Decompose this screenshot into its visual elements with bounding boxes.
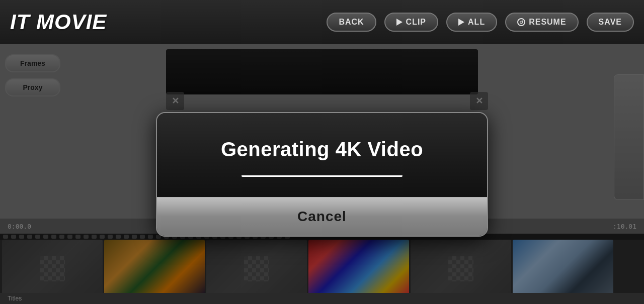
save-label: SAVE xyxy=(599,18,622,27)
clip-button[interactable]: CLIP xyxy=(384,13,438,32)
resume-button[interactable]: ↺ RESUME xyxy=(505,13,578,32)
main-area: Frames Proxy ✕ ✕ 0:00.0 :10.01 xyxy=(0,44,644,304)
play-all-icon xyxy=(458,19,464,26)
cancel-button[interactable]: Cancel xyxy=(157,197,487,236)
top-bar: IT MOVIE BACK CLIP ALL ↺ RESUME SAVE xyxy=(0,0,644,44)
all-label: ALL xyxy=(468,18,485,27)
progress-bar xyxy=(242,175,403,177)
save-button[interactable]: SAVE xyxy=(587,13,634,32)
resume-label: RESUME xyxy=(529,18,566,27)
back-label: BACK xyxy=(339,18,364,27)
modal-title: Generating 4K Video xyxy=(221,138,423,161)
resume-icon: ↺ xyxy=(517,18,525,26)
play-clip-icon xyxy=(396,19,403,26)
modal-overlay: Generating 4K Video Cancel xyxy=(0,44,644,304)
clip-label: CLIP xyxy=(406,18,426,27)
all-button[interactable]: ALL xyxy=(446,13,497,32)
modal-content: Generating 4K Video xyxy=(157,113,487,197)
modal-dialog: Generating 4K Video Cancel xyxy=(156,112,488,237)
back-button[interactable]: BACK xyxy=(327,13,376,32)
app-title: IT MOVIE xyxy=(10,10,107,34)
